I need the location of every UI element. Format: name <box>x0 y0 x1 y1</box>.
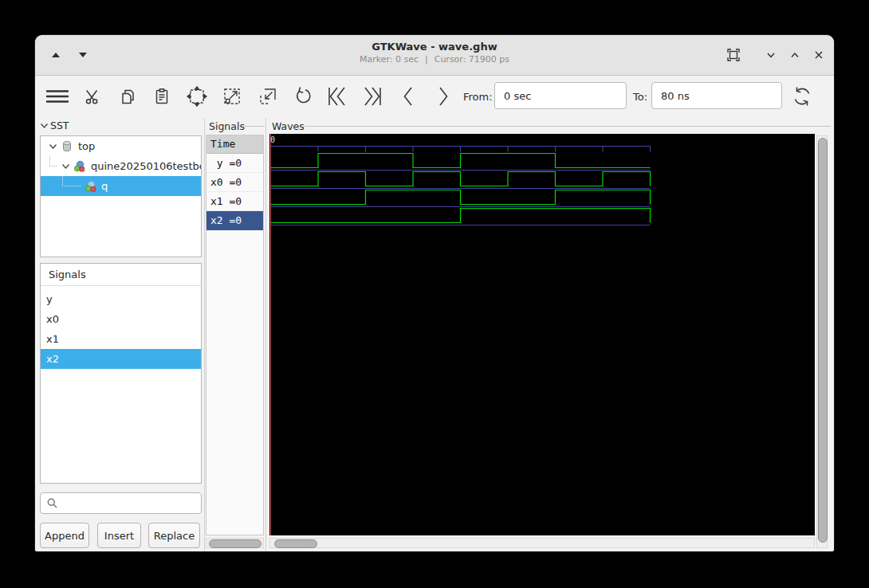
signal-row-x0[interactable]: x0 =0 <box>206 173 263 192</box>
signal-row-y[interactable]: y =0 <box>206 154 263 173</box>
zoom-fit-icon <box>187 86 207 107</box>
sst-tree: top quine20250106testbench q <box>40 135 202 257</box>
marker-cursor-status: Marker: 0 sec|Cursor: 71900 ps <box>35 53 834 65</box>
signal-column-hscrollbar[interactable] <box>206 538 264 548</box>
titlebar: GTKWave - wave.ghw Marker: 0 sec|Cursor:… <box>35 35 834 76</box>
reload-button[interactable] <box>788 78 816 115</box>
skip-to-end-button[interactable] <box>359 78 386 115</box>
chevron-up-icon <box>789 49 800 61</box>
undo-button[interactable] <box>289 78 316 115</box>
clipboard-paste-icon <box>152 87 171 106</box>
signal-search-input[interactable] <box>40 492 202 514</box>
paste-button[interactable] <box>148 78 175 115</box>
zoom-out-button[interactable] <box>254 78 281 115</box>
copy-button[interactable] <box>114 78 141 115</box>
signal-row-x2[interactable]: x2 =0 <box>206 211 263 230</box>
search-icon <box>46 497 58 509</box>
module-icon <box>73 160 86 173</box>
zoom-fit-button[interactable] <box>183 78 210 115</box>
tree-item-top[interactable]: top <box>41 136 201 156</box>
signal-name-column: Time y =0 x0 =0 x1 =0 x2 =0 <box>206 135 264 535</box>
signal-list-item-x1[interactable]: x1 <box>41 329 201 349</box>
to-label: To: <box>633 91 647 103</box>
from-label: From: <box>463 91 493 103</box>
insert-button[interactable]: Insert <box>97 523 141 548</box>
tree-item-label: quine20250106testbench <box>91 160 201 172</box>
frame-hairline <box>244 126 265 127</box>
menu-button[interactable] <box>44 78 71 115</box>
skip-end-icon <box>360 84 384 108</box>
timeline-origin-label: 0 <box>270 135 275 144</box>
tree-item-q[interactable]: q <box>41 176 201 196</box>
next-edge-button[interactable] <box>430 78 457 115</box>
cut-button[interactable] <box>79 78 106 115</box>
signals-list-panel: Signals y x0 x1 x2 <box>40 263 202 484</box>
sst-label: SST <box>50 120 69 131</box>
wave-trace-x2 <box>271 209 651 223</box>
tree-item-testbench[interactable]: quine20250106testbench <box>41 156 201 176</box>
tree-item-label: q <box>101 180 108 192</box>
chevron-right-icon <box>433 84 454 108</box>
signal-list-item-x0[interactable]: x0 <box>41 309 201 329</box>
pane-divider[interactable] <box>204 118 205 551</box>
close-icon <box>813 49 824 61</box>
window-title: GTKWave - wave.ghw <box>35 40 834 53</box>
waveform-canvas[interactable]: 0 <box>269 134 815 535</box>
prev-edge-button[interactable] <box>395 78 422 115</box>
expander-chevron-icon <box>49 143 57 150</box>
chevron-left-icon <box>398 84 419 108</box>
scrollbar-thumb[interactable] <box>274 539 317 548</box>
skip-to-start-button[interactable] <box>324 78 351 115</box>
signals-frame-label: Signals <box>209 120 245 132</box>
copy-icon <box>118 87 137 106</box>
waves-hscrollbar[interactable] <box>269 538 815 548</box>
reload-icon <box>791 85 813 108</box>
waves-vscrollbar[interactable] <box>816 135 828 548</box>
marker-status: Marker: 0 sec <box>360 54 419 65</box>
zoom-in-box-icon <box>222 86 242 107</box>
wave-trace-x0 <box>271 172 651 186</box>
status-separator: | <box>425 54 428 65</box>
zoom-out-box-icon <box>258 86 278 107</box>
maximize-button[interactable] <box>784 45 805 65</box>
signal-row-x1[interactable]: x1 =0 <box>206 192 263 211</box>
append-button[interactable]: Append <box>40 523 89 548</box>
waveform-plot <box>269 134 815 535</box>
zoom-in-button[interactable] <box>218 78 246 115</box>
signal-module-icon <box>85 180 97 193</box>
skip-start-icon <box>325 84 349 108</box>
sst-expander[interactable]: SST <box>40 120 69 131</box>
signals-list-header: Signals <box>41 264 201 286</box>
wave-trace-y <box>271 154 651 168</box>
scrollbar-thumb[interactable] <box>818 138 828 543</box>
hamburger-menu-icon <box>45 87 69 106</box>
cursor-status: Cursor: 71900 ps <box>434 54 509 65</box>
minimize-button[interactable] <box>761 45 781 65</box>
waves-frame-label: Waves <box>272 120 305 132</box>
signal-list-item-x2[interactable]: x2 <box>41 349 201 369</box>
expander-chevron-icon <box>61 163 70 170</box>
time-column-header[interactable]: Time <box>206 135 263 154</box>
frame-hairline <box>305 126 831 127</box>
scissors-cut-icon <box>83 87 102 106</box>
close-button[interactable] <box>808 45 829 65</box>
chevron-down-icon <box>765 49 777 61</box>
signal-list-item-y[interactable]: y <box>41 289 201 309</box>
expander-chevron-icon <box>40 123 49 129</box>
scope-cylinder-icon <box>61 140 73 152</box>
pane-divider[interactable] <box>265 118 266 551</box>
replace-button[interactable]: Replace <box>148 523 200 548</box>
toolbar: From: 0 sec To: 80 ns <box>35 76 834 118</box>
fullscreen-icon <box>726 48 741 62</box>
undo-icon <box>292 86 313 107</box>
from-input[interactable]: 0 sec <box>494 82 627 109</box>
to-input[interactable]: 80 ns <box>651 82 782 109</box>
tree-item-label: top <box>78 140 95 152</box>
wave-trace-x1 <box>271 190 651 205</box>
gtkwave-window: GTKWave - wave.ghw Marker: 0 sec|Cursor:… <box>35 35 834 551</box>
fullscreen-button[interactable] <box>723 45 744 65</box>
scrollbar-thumb[interactable] <box>209 539 261 548</box>
